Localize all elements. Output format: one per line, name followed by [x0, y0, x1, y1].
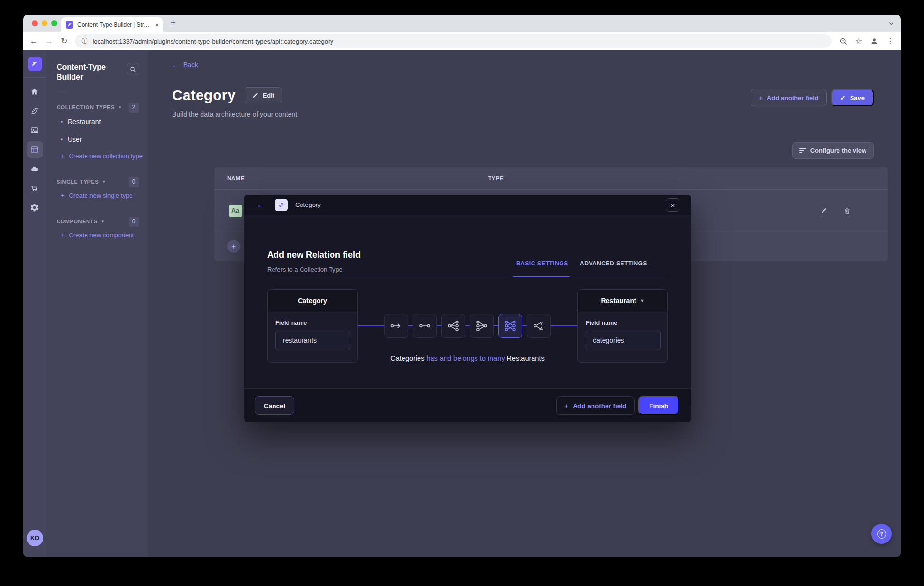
column-type: TYPE — [488, 176, 504, 181]
components-header[interactable]: COMPONENTS ▼ 0 — [46, 216, 147, 227]
source-card: Category Field name — [267, 289, 358, 363]
site-info-icon[interactable]: ⓘ — [81, 37, 87, 45]
close-window-button[interactable] — [32, 20, 38, 26]
finish-button[interactable]: Finish — [638, 396, 679, 415]
strapi-logo[interactable] — [28, 57, 42, 71]
relation-many-to-one-icon[interactable] — [470, 314, 494, 338]
plus-icon: + — [759, 94, 763, 102]
search-icon[interactable] — [127, 63, 139, 75]
configure-view-label: Configure the view — [810, 147, 866, 154]
source-field-input[interactable] — [275, 331, 350, 350]
relation-many-to-many-icon[interactable] — [498, 314, 522, 338]
single-types-section: SINGLE TYPES ▼ 0 + Create new single typ… — [46, 176, 147, 204]
save-button[interactable]: ✓ Save — [831, 89, 874, 106]
create-single-type-link[interactable]: + Create new single type — [46, 188, 147, 204]
bullet-dot-icon — [61, 121, 63, 123]
back-label: Back — [183, 61, 198, 69]
sidebar-item-restaurant[interactable]: Restaurant — [46, 113, 147, 131]
modal-add-another-field-button[interactable]: + Add another field — [556, 396, 635, 415]
check-icon: ✓ — [840, 94, 846, 102]
reload-icon[interactable]: ↻ — [61, 37, 67, 45]
relation-one-way-icon[interactable] — [384, 314, 408, 338]
tab-close-icon[interactable]: × — [155, 21, 159, 29]
forward-nav-icon[interactable]: → — [45, 37, 53, 45]
modal-back-arrow-icon[interactable]: ← — [257, 201, 264, 209]
cancel-button[interactable]: Cancel — [255, 396, 294, 415]
create-collection-type-label: Create new collection type — [69, 152, 143, 160]
content-manager-icon[interactable] — [27, 103, 43, 119]
pencil-icon — [252, 92, 259, 99]
single-types-label: SINGLE TYPES — [57, 179, 99, 185]
list-settings-icon — [799, 148, 806, 153]
browser-tab[interactable]: Content-Type Builder | Strapi × — [61, 17, 163, 32]
new-tab-button[interactable]: + — [171, 18, 176, 28]
single-types-header[interactable]: SINGLE TYPES ▼ 0 — [46, 176, 147, 188]
help-button[interactable]: ? — [871, 524, 892, 544]
minimize-window-button[interactable] — [42, 20, 47, 26]
target-select[interactable]: Restaurant ▼ — [578, 290, 667, 312]
back-arrow-icon: ← — [172, 61, 179, 69]
marketplace-cart-icon[interactable] — [27, 180, 43, 196]
single-types-count: 0 — [129, 177, 139, 187]
bookmark-star-icon[interactable]: ☆ — [855, 37, 862, 45]
sidebar-title: Content-Type Builder — [57, 62, 116, 82]
add-another-field-button[interactable]: + Add another field — [751, 89, 826, 106]
components-section: COMPONENTS ▼ 0 + Create new component — [46, 216, 147, 243]
tab-search-chevron-icon[interactable] — [888, 20, 894, 29]
modal-footer-actions: + Add another field Finish — [556, 396, 679, 415]
chevron-down-icon: ▼ — [101, 220, 105, 224]
collection-types-header[interactable]: COLLECTION TYPES ▼ 2 — [46, 102, 147, 113]
tab-basic-settings[interactable]: BASIC SETTINGS — [516, 260, 568, 267]
user-avatar[interactable]: KD — [27, 530, 43, 546]
page-title: Category — [172, 87, 236, 103]
sidebar-title-divider — [57, 89, 68, 89]
save-label: Save — [850, 94, 865, 102]
zoom-window-button[interactable] — [51, 20, 57, 26]
profile-icon[interactable] — [870, 37, 879, 45]
modal-heading: Add new Relation field — [267, 250, 361, 260]
zoom-page-icon[interactable] — [839, 37, 848, 45]
target-field-input[interactable] — [586, 331, 661, 350]
url-text[interactable]: localhost:1337/admin/plugins/content-typ… — [92, 38, 333, 45]
plus-icon: + — [61, 192, 65, 199]
back-link[interactable]: ← Back — [172, 61, 198, 69]
tabs-divider — [267, 277, 668, 277]
settings-gear-icon[interactable] — [27, 199, 43, 216]
media-library-icon[interactable] — [27, 122, 43, 138]
home-icon[interactable] — [27, 83, 43, 100]
tab-advanced-settings[interactable]: ADVANCED SETTINGS — [580, 260, 647, 267]
relation-one-to-many-icon[interactable] — [441, 314, 465, 338]
configure-view-button[interactable]: Configure the view — [792, 142, 874, 159]
back-nav-icon[interactable]: ← — [30, 37, 38, 45]
create-component-link[interactable]: + Create new component — [46, 227, 147, 243]
close-icon[interactable]: × — [666, 198, 679, 212]
address-bar[interactable]: ⓘ localhost:1337/admin/plugins/content-t… — [75, 34, 831, 48]
content-type-builder-icon[interactable] — [27, 141, 43, 158]
browser-window: Content-Type Builder | Strapi × + ← → ↻ … — [23, 15, 901, 557]
components-count: 0 — [129, 217, 139, 227]
sidebar-item-user[interactable]: User — [46, 131, 147, 148]
plus-icon: + — [61, 152, 65, 160]
sentence-target: Restaurants — [507, 354, 545, 362]
relation-many-way-icon[interactable] — [527, 314, 551, 338]
relation-one-to-one-icon[interactable] — [413, 314, 437, 338]
collection-types-count: 2 — [129, 103, 139, 113]
create-component-label: Create new component — [69, 232, 134, 239]
browser-tab-strip: Content-Type Builder | Strapi × + — [23, 15, 901, 32]
bullet-dot-icon — [61, 138, 63, 140]
edit-button[interactable]: Edit — [245, 87, 283, 103]
browser-menu-icon[interactable]: ⋮ — [886, 37, 894, 45]
edit-label: Edit — [263, 92, 275, 99]
plus-icon: + — [564, 402, 568, 410]
modal-header: ← Category × — [244, 195, 691, 215]
create-collection-type-link[interactable]: + Create new collection type — [46, 148, 147, 164]
modal-footer: Cancel + Add another field Finish — [244, 388, 691, 422]
chevron-down-icon: ▼ — [640, 298, 645, 303]
sidebar-item-label: User — [68, 135, 82, 143]
table-header: NAME TYPE — [214, 167, 888, 190]
collection-types-label: COLLECTION TYPES — [57, 104, 115, 110]
edit-field-icon[interactable] — [817, 204, 831, 218]
delete-field-icon[interactable] — [840, 204, 854, 218]
cloud-icon[interactable] — [27, 161, 43, 177]
rail-divider — [23, 77, 46, 78]
